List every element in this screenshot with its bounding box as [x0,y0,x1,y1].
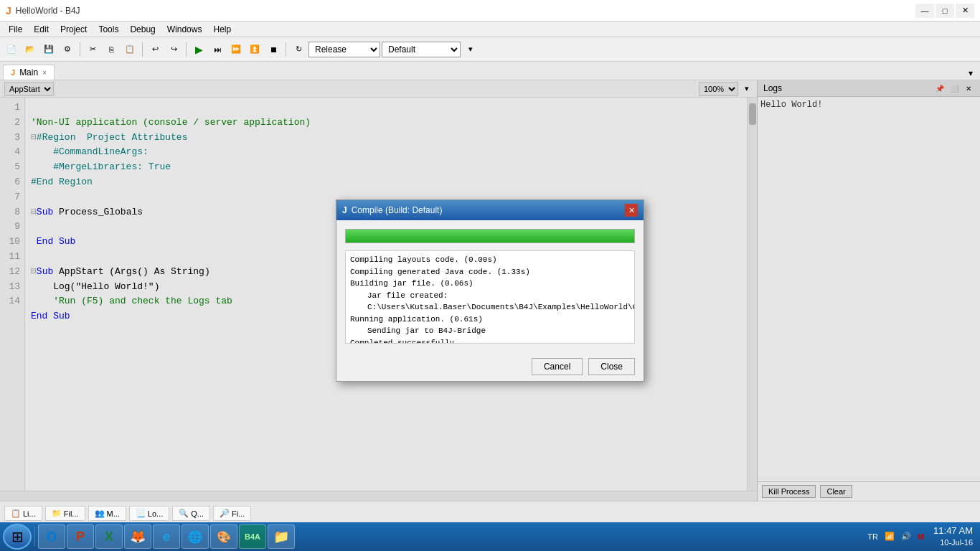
lo-label: Lo... [148,509,163,518]
fil-icon: 📁 [52,509,62,518]
taskbar-app6[interactable]: 🌐 [182,524,209,549]
build-target-dropdown[interactable]: Default [382,42,461,57]
cut-btn[interactable]: ✂ [84,41,101,58]
stop-btn[interactable]: ⏹ [265,41,282,58]
dialog-close-action-btn[interactable]: Close [588,358,635,375]
clock-time: 11:47 AM [933,524,973,537]
explorer-icon: 📁 [273,529,289,545]
sep3 [186,42,187,57]
tab-label: Main [19,67,38,77]
bottom-tab-li[interactable]: 📋 Li... [4,506,42,521]
maximize-button[interactable]: □ [936,4,954,18]
tab-bar: J Main × ▾ [0,62,980,80]
firefox-icon: 🦊 [130,529,146,545]
taskbar-explorer[interactable]: 📁 [268,524,295,549]
m-icon: 👥 [95,509,105,518]
menu-debug[interactable]: Debug [124,23,161,36]
sep4 [286,42,286,57]
taskbar-sep1 [34,527,35,547]
bottom-tab-m[interactable]: 👥 M... [88,506,126,521]
step3-btn[interactable]: ⏫ [246,41,263,58]
tray-signal: 📶 [882,530,897,542]
fil-label: Fil... [64,509,79,518]
system-clock[interactable]: 11:47 AM 10-Jul-16 [929,524,977,549]
progress-bar-container [345,229,635,243]
tab-scroll-btn[interactable]: ▾ [964,67,977,80]
tray-lang: TR [865,531,880,542]
taskbar-right: TR 📶 🔊 M 11:47 AM 10-Jul-16 [865,524,977,549]
toolbar: 📄 📂 💾 ⚙ ✂ ⎘ 📋 ↩ ↪ ▶ ⏭ ⏩ ⏫ ⏹ ↻ Release De… [0,37,980,62]
taskbar-ie[interactable]: e [153,524,180,549]
taskbar-app7[interactable]: 🎨 [210,524,237,549]
app-title: HelloWorld - B4J [16,6,80,16]
dialog-titlebar: J Compile (Build: Default) ✕ [336,200,644,220]
taskbar-firefox[interactable]: 🦊 [124,524,151,549]
start-icon: ⊞ [11,528,24,545]
close-button[interactable]: ✕ [956,4,974,18]
ie-icon: e [163,529,170,545]
dialog-log[interactable]: Compiling layouts code. (0.00s) Compilin… [345,250,635,344]
refresh-btn[interactable]: ↻ [290,41,307,58]
excel-icon: X [105,529,113,545]
step2-btn[interactable]: ⏩ [227,41,245,58]
b4a-icon: B4A [245,532,260,541]
bottom-tab-lo[interactable]: 📃 Lo... [129,506,169,521]
open-btn[interactable]: 📂 [22,41,39,58]
window-controls: — □ ✕ [915,4,974,18]
sep2 [142,42,143,57]
redo-btn[interactable]: ↪ [165,41,182,58]
q-label: Q... [191,509,204,518]
menu-project[interactable]: Project [55,23,93,36]
title-bar: J HelloWorld - B4J — □ ✕ [0,0,980,22]
bottom-tab-fil[interactable]: 📁 Fil... [45,506,85,521]
more-btn[interactable]: ▾ [462,41,479,58]
app6-icon: 🌐 [188,530,202,544]
dialog-footer: Cancel Close [336,352,644,381]
powerpoint-icon: P [76,529,85,545]
progress-bar-fill [346,230,634,242]
dialog-cancel-btn[interactable]: Cancel [532,358,583,375]
copy-btn[interactable]: ⎘ [103,41,120,58]
log-line-7: Completed successfully. [350,337,630,344]
sys-tray: TR 📶 🔊 M [865,530,926,542]
app7-icon: 🎨 [217,530,231,544]
li-label: Li... [23,509,36,518]
log-line-3: Building jar file. (0.06s) [350,278,630,290]
fi-icon: 🔎 [220,509,230,518]
menu-help[interactable]: Help [207,23,237,36]
taskbar-b4a[interactable]: B4A [239,524,266,549]
undo-btn[interactable]: ↩ [146,41,164,58]
tab-main[interactable]: J Main × [3,65,55,80]
dialog-overlay: J Compile (Build: Default) ✕ Compiling l… [0,80,980,501]
step-btn[interactable]: ⏭ [209,41,226,58]
menu-edit[interactable]: Edit [28,23,55,36]
app-icon: J [6,5,11,17]
bottom-tab-fi[interactable]: 🔎 Fi... [213,506,251,521]
dialog-close-btn[interactable]: ✕ [625,204,638,217]
tray-mail: M [915,531,926,542]
tray-volume: 🔊 [899,530,913,542]
clock-date: 10-Jul-16 [933,537,973,548]
build-config-dropdown[interactable]: Release Debug [308,42,380,57]
save-btn[interactable]: 💾 [40,41,57,58]
paste-btn[interactable]: 📋 [121,41,138,58]
run-btn[interactable]: ▶ [190,41,207,58]
taskbar-excel[interactable]: X [95,524,123,549]
start-button[interactable]: ⊞ [3,524,32,550]
tab-close-btn[interactable]: × [42,69,47,77]
menu-bar: File Edit Project Tools Debug Windows He… [0,22,980,37]
new-btn[interactable]: 📄 [3,41,20,58]
minimize-button[interactable]: — [915,4,934,18]
settings-btn[interactable]: ⚙ [59,41,76,58]
lo-icon: 📃 [136,509,146,518]
taskbar-powerpoint[interactable]: P [67,524,94,549]
bottom-tab-q[interactable]: 🔍 Q... [172,506,210,521]
taskbar-outlook[interactable]: O [38,524,65,549]
log-line-1: Compiling layouts code. (0.00s) [350,254,630,266]
menu-tools[interactable]: Tools [93,23,124,36]
menu-windows[interactable]: Windows [161,23,208,36]
log-line-6: Sending jar to B4J-Bridge [350,325,630,337]
taskbar: ⊞ O P X 🦊 e 🌐 🎨 B4A 📁 TR 📶 🔊 M 11:47 AM … [0,522,980,551]
menu-file[interactable]: File [3,23,28,36]
log-line-5: Running application. (0.61s) [350,314,630,326]
